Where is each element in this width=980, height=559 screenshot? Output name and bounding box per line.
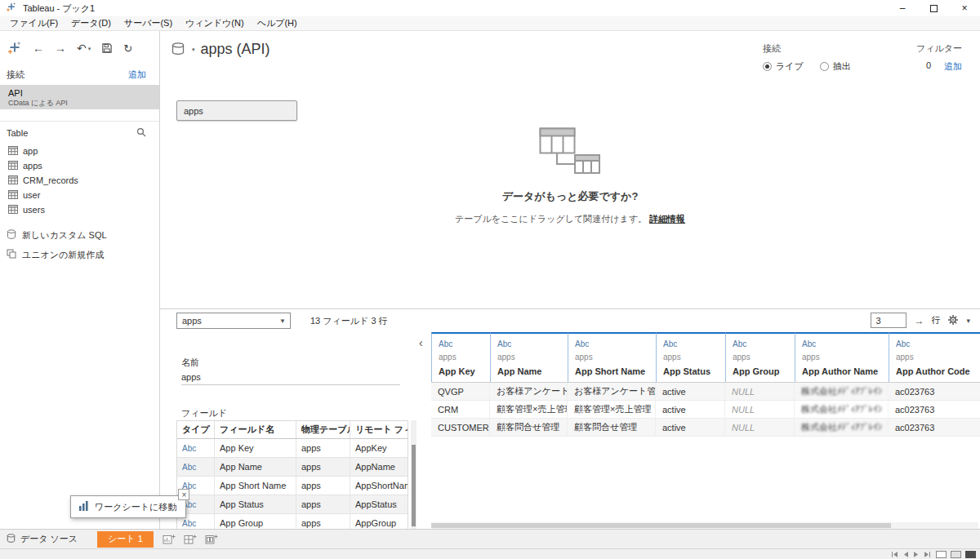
- table-icon: [8, 190, 18, 201]
- canvas: ▾ apps (API) 接続 ライブ 抽出 フィルター 0 追加: [160, 31, 980, 308]
- grid-header-row: Abc apps App Key Abc apps App Name Abc a…: [431, 332, 980, 383]
- tables-header: Table: [0, 122, 159, 144]
- empty-state-subtitle: テーブルをここにドラッグして関連付けます。 詳細情報: [160, 213, 980, 225]
- grid-column-app-key[interactable]: Abc apps App Key: [431, 332, 490, 382]
- preview-pane: apps ▼ 13 フィールド 3 行 3 → 行 ▾ ‹ 名前 apps フィ…: [160, 308, 980, 529]
- menu-data[interactable]: データ(D): [65, 16, 118, 31]
- field-row[interactable]: Abc App Name apps AppName: [177, 458, 408, 477]
- canvas-table-apps[interactable]: apps: [176, 100, 297, 121]
- tables-section: Table app apps CRM_records user: [0, 121, 159, 262]
- last-row-icon[interactable]: [924, 551, 932, 558]
- go-to-worksheet-tooltip[interactable]: ワークシートに移動 ×: [70, 495, 186, 518]
- close-button[interactable]: ×: [949, 0, 980, 16]
- connection-name: API: [8, 87, 151, 99]
- sidebar-table-user[interactable]: user: [0, 188, 159, 202]
- new-custom-sql[interactable]: 新しいカスタム SQL: [0, 228, 159, 242]
- tooltip-text: ワークシートに移動: [95, 501, 176, 513]
- search-icon[interactable]: [136, 127, 146, 139]
- table-icon: [8, 205, 18, 215]
- grid-data-row: CRM 顧客管理×売上管理 顧客管理×売上管理 active NULL 株式会社…: [431, 401, 980, 419]
- data-source-icon: [7, 534, 16, 544]
- grid-settings-gear-icon[interactable]: [947, 314, 959, 327]
- field-row[interactable]: Abc App Short Name apps AppShortName: [177, 477, 408, 495]
- filters-group: フィルター 0 追加: [916, 42, 962, 73]
- chevron-down-icon: ▼: [279, 317, 286, 325]
- add-connection-link[interactable]: 追加: [128, 69, 146, 81]
- collapse-metadata-icon[interactable]: ‹: [419, 336, 423, 349]
- previous-row-icon[interactable]: [902, 551, 909, 558]
- collapse-preview-icon[interactable]: ▾: [966, 317, 970, 325]
- refresh-button-icon[interactable]: ↻: [123, 43, 132, 54]
- filters-label: フィルター: [916, 42, 962, 55]
- maximize-button[interactable]: [918, 0, 949, 16]
- titlebar: Tableau - ブック1 – ×: [0, 0, 980, 16]
- connection-item-api[interactable]: API CData による API: [0, 85, 159, 109]
- minimize-button[interactable]: –: [887, 0, 918, 16]
- datasource-title-block: ▾ apps (API): [172, 41, 270, 58]
- undo-button-icon[interactable]: ↶▾: [77, 42, 91, 54]
- tables-label: Table: [7, 128, 28, 138]
- menu-help[interactable]: ヘルプ(H): [251, 16, 304, 31]
- maximize-icon: [930, 5, 938, 12]
- radio-live-icon: [763, 62, 772, 71]
- table-icon: [8, 175, 18, 186]
- preview-toolbar: apps ▼ 13 フィールド 3 行 3 → 行 ▾: [160, 309, 980, 332]
- new-story-icon[interactable]: [203, 531, 221, 548]
- datasource-icon[interactable]: [172, 42, 186, 57]
- learn-more-link[interactable]: 詳細情報: [649, 214, 685, 224]
- grid-column-app-group[interactable]: Abc apps App Group: [725, 332, 795, 382]
- radio-extract[interactable]: 抽出: [820, 60, 851, 73]
- row-limit-input[interactable]: 3: [871, 313, 906, 328]
- grid-horizontal-scrollbar: [431, 522, 978, 529]
- fields-scrollbar: [411, 420, 416, 529]
- window-title: Tableau - ブック1: [23, 2, 95, 15]
- new-worksheet-icon[interactable]: [160, 531, 179, 548]
- field-row[interactable]: Abc App Key apps AppKey: [177, 439, 408, 458]
- menu-file[interactable]: ファイル(F): [3, 16, 65, 31]
- custom-sql-icon: [7, 229, 16, 241]
- new-dashboard-icon[interactable]: [181, 531, 200, 548]
- fields-label: フィールド: [181, 407, 227, 419]
- sidebar-table-users[interactable]: users: [0, 202, 159, 217]
- forward-button-icon[interactable]: →: [55, 42, 66, 54]
- grid-column-app-author-name[interactable]: Abc apps App Author Name: [795, 332, 889, 382]
- table-select-dropdown[interactable]: apps ▼: [176, 313, 291, 329]
- tab-sheet1[interactable]: シート 1: [97, 531, 154, 548]
- next-row-icon[interactable]: [913, 551, 920, 558]
- filters-add-link[interactable]: 追加: [944, 60, 962, 73]
- first-row-icon[interactable]: [890, 551, 898, 558]
- tooltip-close-icon[interactable]: ×: [178, 489, 189, 500]
- fields-scrollbar-thumb[interactable]: [412, 445, 416, 526]
- menu-window[interactable]: ウィンドウ(N): [179, 16, 251, 31]
- name-value-field[interactable]: apps: [181, 372, 400, 385]
- back-button-icon[interactable]: ←: [33, 42, 44, 54]
- grid-horizontal-scrollbar-thumb[interactable]: [431, 523, 891, 528]
- sidebar-table-crm-records[interactable]: CRM_records: [0, 173, 159, 188]
- rows-label: 行: [931, 314, 940, 326]
- row-limit-controls: 3 → 行 ▾: [871, 313, 970, 328]
- sidebar-table-app[interactable]: app: [0, 144, 159, 158]
- radio-live[interactable]: ライブ: [763, 60, 804, 73]
- new-union[interactable]: ユニオンの新規作成: [0, 247, 159, 262]
- view-detail-toggle-icon[interactable]: [965, 551, 976, 558]
- connection-subtitle: CData による API: [8, 99, 151, 108]
- tab-data-source[interactable]: データ ソース: [0, 530, 86, 549]
- grid-column-app-short-name[interactable]: Abc apps App Short Name: [568, 332, 656, 382]
- sidebar-table-apps[interactable]: apps: [0, 158, 159, 173]
- metadata-panel: 名前 apps フィールド タイプ フィールド名 物理テーブル リモート フィー…: [160, 332, 418, 529]
- save-button-icon[interactable]: [101, 42, 113, 54]
- menu-server[interactable]: サーバー(S): [118, 16, 179, 31]
- field-row[interactable]: Abc App Group apps AppGroup: [177, 514, 408, 529]
- datasource-caret-icon[interactable]: ▾: [192, 47, 195, 53]
- grid-column-app-author-code[interactable]: Abc apps App Author Code: [889, 332, 980, 382]
- apply-rows-icon[interactable]: →: [914, 315, 924, 326]
- grid-column-app-status[interactable]: Abc apps App Status: [656, 332, 725, 382]
- grid-column-app-name[interactable]: Abc apps App Name: [490, 332, 568, 382]
- tableau-window: Tableau - ブック1 – × ファイル(F) データ(D) サーバー(S…: [0, 0, 980, 559]
- field-row[interactable]: Abc App Status apps AppStatus: [177, 495, 408, 514]
- view-list-toggle-icon[interactable]: [951, 551, 961, 558]
- new-sheet-buttons: [160, 531, 221, 548]
- view-grid-toggle-icon[interactable]: [936, 551, 947, 558]
- tableau-start-icon[interactable]: [7, 41, 22, 55]
- table-icon: [8, 161, 18, 171]
